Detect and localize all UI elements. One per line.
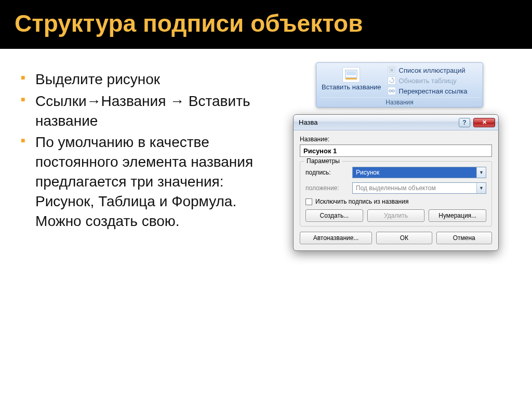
cancel-button[interactable]: Отмена	[436, 232, 492, 244]
close-icon: ✕	[482, 119, 487, 126]
list-icon	[388, 66, 396, 74]
cross-reference-button[interactable]: Перекрестная ссылка	[388, 87, 480, 95]
dialog-titlebar[interactable]: Назва ? ✕	[294, 115, 498, 130]
exclude-caption-label: Исключить подпись из названия	[315, 198, 408, 205]
help-button[interactable]: ?	[459, 118, 470, 127]
dialog-title: Назва	[299, 118, 317, 126]
bullet-list: Выделите рисунок Ссылки→Названия → Встав…	[21, 70, 281, 233]
ok-button[interactable]: ОК	[376, 232, 432, 244]
chevron-down-icon: ▼	[476, 183, 486, 193]
svg-rect-9	[392, 90, 394, 92]
caption-type-value: Рисунок	[353, 167, 476, 178]
bullet-item: По умолчанию в качестве постоянного элем…	[21, 132, 281, 231]
caption-icon	[342, 67, 360, 83]
caption-name-input[interactable]	[300, 144, 492, 157]
insert-caption-button[interactable]: Вставить название	[320, 66, 383, 92]
numbering-button[interactable]: Нумерация...	[429, 209, 486, 222]
bullet-text: Ссылки	[35, 93, 87, 109]
chevron-down-icon: ▼	[476, 167, 486, 178]
cross-reference-label: Перекрестная ссылка	[399, 87, 468, 95]
close-button[interactable]: ✕	[473, 118, 495, 127]
insert-caption-label: Вставить название	[322, 84, 381, 91]
checkbox-icon	[305, 198, 312, 205]
exclude-caption-checkbox[interactable]: Исключить подпись из названия	[305, 198, 486, 205]
list-of-figures-label: Список иллюстраций	[399, 66, 466, 74]
caption-type-label: подпись:	[305, 169, 347, 176]
autocaption-button[interactable]: Автоназвание...	[300, 232, 372, 244]
update-table-button[interactable]: Обновить таблицу	[388, 76, 480, 85]
caption-type-combo[interactable]: Рисунок ▼	[352, 167, 486, 178]
bullet-item: Ссылки→Названия → Вставить название	[21, 91, 281, 131]
delete-label-button[interactable]: Удалить	[367, 209, 425, 222]
ribbon-group-label: Названия	[320, 97, 480, 106]
new-label-button[interactable]: Создать...	[305, 209, 363, 222]
bullet-item: Выделите рисунок	[21, 70, 281, 89]
link-icon	[388, 87, 396, 95]
name-label: Название:	[300, 136, 492, 143]
ribbon-captions-group: Вставить название Список иллюстраций Обн…	[316, 62, 483, 108]
list-of-figures-button[interactable]: Список иллюстраций	[388, 66, 480, 74]
parameters-group: Параметры подпись: Рисунок ▼ положение: …	[300, 161, 492, 227]
svg-rect-8	[389, 90, 391, 92]
refresh-icon	[388, 76, 396, 85]
position-value: Под выделенным объектом	[353, 183, 476, 193]
bullet-text: Названия	[101, 93, 166, 109]
slide-title: Структура подписи объектов	[15, 9, 517, 37]
position-label: положение:	[305, 184, 347, 192]
caption-dialog: Назва ? ✕ Название: Параметры подпись:	[293, 114, 499, 251]
position-combo[interactable]: Под выделенным объектом ▼	[352, 182, 486, 194]
svg-rect-1	[347, 71, 356, 75]
parameters-group-title: Параметры	[304, 157, 342, 165]
svg-rect-2	[345, 78, 357, 79]
update-table-label: Обновить таблицу	[399, 77, 457, 85]
